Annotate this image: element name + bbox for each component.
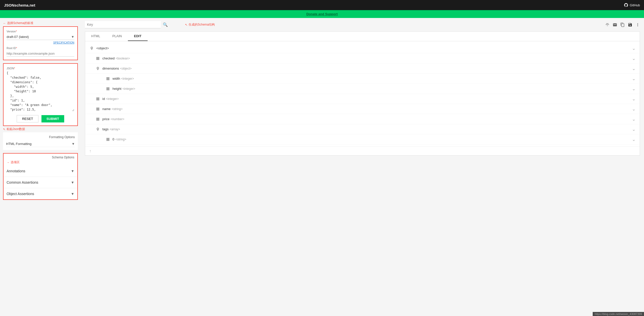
- tree-key: tags: [102, 127, 109, 131]
- collapse-icon[interactable]: ⌄: [632, 76, 636, 81]
- object-assertions-chevron-icon: ▼: [71, 192, 74, 196]
- search-icon: 🔍: [163, 22, 168, 27]
- annotation-schema-standard: ← 选择Schema的标准: [3, 21, 78, 25]
- option-object-assertions-label: Object Assertions: [7, 192, 34, 196]
- tree-type: <string>: [112, 107, 123, 111]
- url-bar: https://blog.csdn.net/weixin_43087399: [593, 312, 644, 316]
- tree-type: <object>: [120, 67, 132, 70]
- tree-row: 0 <string> ⌄: [85, 134, 640, 144]
- collapse-icon[interactable]: ⌄: [632, 137, 636, 142]
- more-icon[interactable]: [635, 23, 640, 27]
- tree-type: <number>: [110, 117, 124, 121]
- collapse-icon[interactable]: ⌄: [632, 86, 636, 92]
- html-formatting-label: HTML Formatting: [6, 142, 32, 146]
- schema-viewer: HTML PLAIN EDIT <object> ⌄: [85, 31, 640, 156]
- tree-row: checked <boolean> ⌄: [85, 53, 640, 64]
- main-layout: ← 选择Schema的标准 Version* draft-07 (latest)…: [0, 18, 644, 316]
- option-object-assertions[interactable]: Object Assertions ▼: [4, 188, 77, 199]
- string-icon: [95, 107, 100, 112]
- bool-icon: [95, 56, 100, 61]
- collapse-icon[interactable]: ⌄: [632, 127, 636, 132]
- submit-button[interactable]: SUBMIT: [41, 115, 64, 122]
- tree-type: <integer>: [106, 97, 119, 101]
- option-annotations[interactable]: Annotations ▼: [4, 165, 77, 177]
- reset-button[interactable]: RESET: [17, 115, 38, 122]
- integer-icon: [105, 86, 110, 91]
- tree-key: id: [102, 97, 105, 101]
- donate-link[interactable]: Donate and Support: [306, 12, 338, 16]
- tree-key: checked: [102, 56, 114, 60]
- tree-type: <integer>: [122, 87, 135, 91]
- version-label: Version*: [7, 30, 74, 33]
- annotation-schema-structure: ↖ 生成的Schema结构: [185, 23, 215, 27]
- tree-type: <integer>: [121, 77, 134, 80]
- github-label: GitHub: [630, 3, 640, 7]
- tree-key: price: [102, 117, 109, 121]
- tree-key: 0: [112, 137, 114, 141]
- tab-edit[interactable]: EDIT: [128, 32, 148, 41]
- schema-tabs: HTML PLAIN EDIT: [85, 32, 640, 41]
- root-id-input[interactable]: [7, 51, 74, 57]
- collapse-all-icon[interactable]: ↑: [89, 149, 91, 153]
- tree-key: name: [102, 107, 111, 111]
- collapse-icon[interactable]: ⌄: [632, 66, 636, 71]
- github-link[interactable]: GitHub: [624, 3, 640, 7]
- option-common-assertions-label: Common Assertions: [7, 180, 38, 184]
- tree-type: <string>: [115, 138, 126, 141]
- tree-row: height <integer> ⌄: [85, 84, 640, 94]
- tree-type: <boolean>: [116, 57, 130, 60]
- json-box: JSON* { "checked": false, "dimensions": …: [3, 63, 78, 126]
- schema-tree: <object> ⌄ checked <boolean> ⌄: [85, 41, 640, 146]
- version-root-box: Version* draft-07 (latest) ▼ SPECIFICATI…: [3, 26, 78, 60]
- right-panel: 🔍 ↖ 生成的Schema结构: [81, 18, 644, 316]
- tree-row: <object> ⌄: [85, 43, 640, 53]
- string-icon: [105, 137, 110, 142]
- option-common-assertions[interactable]: Common Assertions ▼: [4, 177, 77, 188]
- annotation-options: → 选项区: [4, 160, 77, 164]
- common-assertions-chevron-icon: ▼: [71, 180, 74, 184]
- integer-icon: [95, 96, 100, 101]
- action-buttons: RESET SUBMIT: [7, 115, 74, 122]
- tab-html[interactable]: HTML: [85, 32, 106, 41]
- version-chevron-icon: ▼: [71, 35, 74, 39]
- formatting-options: Formatting Options HTML Formatting ▼: [3, 132, 78, 150]
- collapse-icon[interactable]: ⌄: [632, 56, 636, 61]
- tree-row: tags <array> ⌄: [85, 124, 640, 134]
- schema-options: Schema Options → 选项区 Annotations ▼ Commo…: [3, 153, 78, 200]
- tree-row: dimensions <object> ⌄: [85, 64, 640, 74]
- object-icon: [95, 66, 100, 71]
- number-icon: [95, 117, 100, 122]
- root-id-label: Root ID*: [7, 47, 74, 50]
- collapse-icon[interactable]: ⌄: [632, 96, 636, 102]
- annotation-paste-json: ↖ 粘贴Json数据: [3, 127, 78, 131]
- html-formatting-dropdown[interactable]: HTML Formatting ▼: [6, 141, 75, 147]
- tree-footer: ↑: [85, 146, 640, 155]
- json-label: JSON*: [7, 67, 74, 70]
- github-icon: [624, 3, 628, 7]
- top-nav: JSONschema.net GitHub: [0, 0, 644, 10]
- left-panel: ← 选择Schema的标准 Version* draft-07 (latest)…: [0, 18, 81, 316]
- tree-row: id <integer> ⌄: [85, 94, 640, 104]
- copy-icon[interactable]: [620, 23, 625, 27]
- search-input[interactable]: [85, 21, 161, 28]
- spec-link[interactable]: SPECIFICATION: [7, 41, 74, 44]
- collapse-icon[interactable]: ⌄: [632, 106, 636, 112]
- site-logo: JSONschema.net: [4, 3, 35, 7]
- save-icon[interactable]: [628, 23, 632, 27]
- tree-type: <array>: [110, 128, 120, 131]
- tree-key: height: [112, 87, 121, 91]
- email-icon[interactable]: [613, 23, 617, 27]
- version-select-row[interactable]: draft-07 (latest) ▼: [7, 34, 74, 40]
- tab-plain[interactable]: PLAIN: [106, 32, 128, 41]
- tree-row: width <integer> ⌄: [85, 74, 640, 84]
- collapse-icon[interactable]: ⌄: [632, 46, 636, 51]
- collapse-icon[interactable]: ⌄: [632, 116, 636, 122]
- option-annotations-label: Annotations: [7, 169, 25, 173]
- tree-key: width: [112, 77, 120, 80]
- json-textarea[interactable]: { "checked": false, "dimensions": { "wid…: [7, 71, 74, 111]
- tree-row: price <number> ⌄: [85, 114, 640, 124]
- filter-icon[interactable]: [605, 23, 610, 27]
- tree-row: name <string> ⌄: [85, 104, 640, 114]
- schema-options-title: Schema Options: [4, 154, 77, 160]
- array-icon: [95, 127, 100, 132]
